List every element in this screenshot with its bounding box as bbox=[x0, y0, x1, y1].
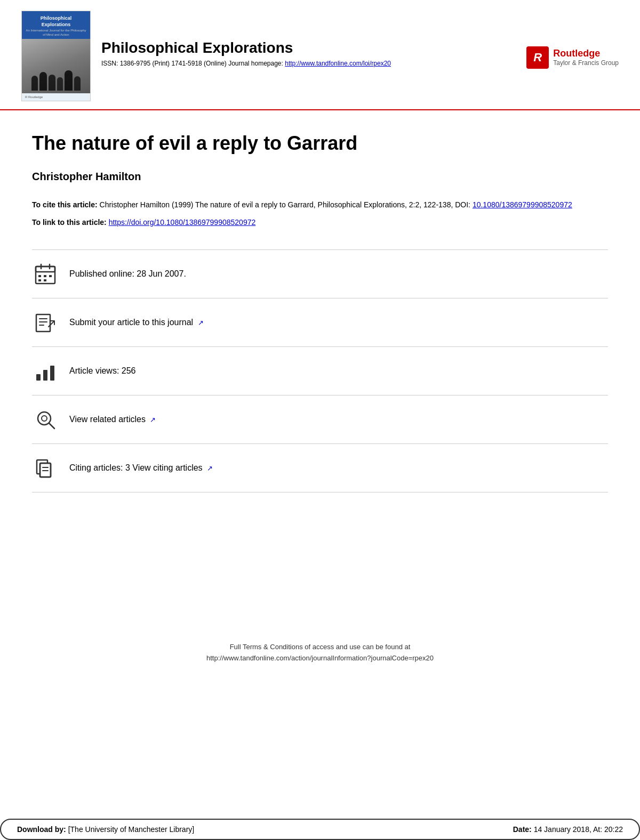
terms-url[interactable]: http://www.tandfonline.com/action/journa… bbox=[21, 653, 619, 664]
svg-rect-4 bbox=[38, 275, 41, 277]
cover-title: Philosophical bbox=[25, 15, 87, 22]
published-row: Published online: 28 Jun 2007. bbox=[32, 249, 608, 298]
related-external-icon: ↗ bbox=[150, 416, 156, 424]
related-icon bbox=[32, 406, 59, 433]
citation-block: To cite this article: Christopher Hamilt… bbox=[32, 199, 608, 228]
article-title: The nature of evil a reply to Garrard bbox=[32, 132, 608, 155]
views-text: Article views: 256 bbox=[69, 366, 136, 376]
citing-row[interactable]: Citing articles: 3 View citing articles … bbox=[32, 444, 608, 492]
metrics-section: Published online: 28 Jun 2007. Submit yo… bbox=[32, 249, 608, 492]
routledge-logo: R Routledge Taylor & Francis Group bbox=[526, 46, 619, 69]
svg-rect-14 bbox=[43, 370, 47, 381]
link-line: To link to this article: https://doi.org… bbox=[32, 216, 608, 228]
r-badge-icon: R bbox=[526, 46, 549, 69]
cover-routledge: R Routledge bbox=[25, 95, 43, 99]
publisher-logo-area: R Routledge Taylor & Francis Group bbox=[526, 44, 619, 69]
journal-title-block: Philosophical Explorations ISSN: 1386-97… bbox=[101, 39, 391, 72]
download-info: Download by: [The University of Manchest… bbox=[17, 825, 194, 834]
publisher-group: Taylor & Francis Group bbox=[553, 59, 619, 67]
link-label: To link to this article: bbox=[32, 218, 109, 227]
calendar-icon bbox=[32, 261, 59, 287]
views-icon bbox=[32, 358, 59, 384]
cite-line: To cite this article: Christopher Hamilt… bbox=[32, 199, 608, 211]
svg-line-17 bbox=[49, 423, 54, 429]
citing-external-icon: ↗ bbox=[207, 464, 213, 472]
views-row: Article views: 256 bbox=[32, 347, 608, 395]
citing-text: Citing articles: 3 View citing articles … bbox=[69, 463, 213, 473]
publisher-name: Routledge bbox=[553, 48, 619, 59]
university-name: [The University of Manchester Library] bbox=[68, 825, 195, 834]
footer-terms: Full Terms & Conditions of access and us… bbox=[0, 620, 640, 685]
submit-icon bbox=[32, 309, 59, 336]
cover-image bbox=[22, 39, 90, 93]
svg-rect-6 bbox=[49, 275, 52, 277]
svg-rect-8 bbox=[44, 279, 46, 281]
issn-text: ISSN: 1386-9795 (Print) 1741-5918 (Onlin… bbox=[101, 60, 283, 67]
published-text: Published online: 28 Jun 2007. bbox=[69, 269, 186, 279]
svg-rect-1 bbox=[36, 266, 55, 272]
main-content: The nature of evil a reply to Garrard Ch… bbox=[0, 110, 640, 514]
cite-doi-link[interactable]: 10.1080/13869799908520972 bbox=[473, 200, 572, 209]
svg-rect-9 bbox=[36, 314, 50, 332]
svg-rect-13 bbox=[36, 374, 41, 381]
header-left: Philosophical Explorations An Internatio… bbox=[21, 11, 391, 101]
journal-title: Philosophical Explorations bbox=[101, 39, 391, 56]
svg-rect-5 bbox=[44, 275, 46, 277]
journal-homepage-link[interactable]: http://www.tandfonline.com/loi/rpex20 bbox=[285, 60, 391, 67]
download-label: Download by: bbox=[17, 825, 66, 834]
bottom-bar: Download by: [The University of Manchest… bbox=[0, 819, 640, 840]
svg-point-18 bbox=[42, 416, 47, 421]
submit-external-icon: ↗ bbox=[198, 319, 204, 327]
submit-text: Submit your article to this journal ↗ bbox=[69, 318, 204, 327]
publisher-info: Routledge Taylor & Francis Group bbox=[553, 48, 619, 67]
author-name: Christopher Hamilton bbox=[32, 171, 608, 183]
journal-cover: Philosophical Explorations An Internatio… bbox=[21, 11, 91, 101]
svg-rect-15 bbox=[50, 366, 54, 381]
cover-subtitle: An International Journal for the Philoso… bbox=[25, 29, 87, 36]
page-header: Philosophical Explorations An Internatio… bbox=[0, 0, 640, 110]
date-info: Date: 14 January 2018, At: 20:22 bbox=[513, 825, 623, 834]
cover-footer: R Routledge bbox=[22, 93, 90, 101]
terms-line1: Full Terms & Conditions of access and us… bbox=[21, 642, 619, 653]
related-text: View related articles ↗ bbox=[69, 415, 156, 424]
date-value: 14 January 2018, At: 20:22 bbox=[534, 825, 623, 834]
cover-title-2: Explorations bbox=[25, 22, 87, 28]
citing-icon bbox=[32, 455, 59, 481]
cite-label: To cite this article: bbox=[32, 200, 98, 209]
date-label: Date: bbox=[513, 825, 532, 834]
article-doi-link[interactable]: https://doi.org/10.1080/1386979990852097… bbox=[109, 218, 256, 227]
svg-rect-7 bbox=[38, 279, 41, 281]
submit-row[interactable]: Submit your article to this journal ↗ bbox=[32, 298, 608, 347]
cite-text: Christopher Hamilton (1999) The nature o… bbox=[100, 200, 473, 209]
related-row[interactable]: View related articles ↗ bbox=[32, 395, 608, 444]
issn-line: ISSN: 1386-9795 (Print) 1741-5918 (Onlin… bbox=[101, 60, 391, 67]
